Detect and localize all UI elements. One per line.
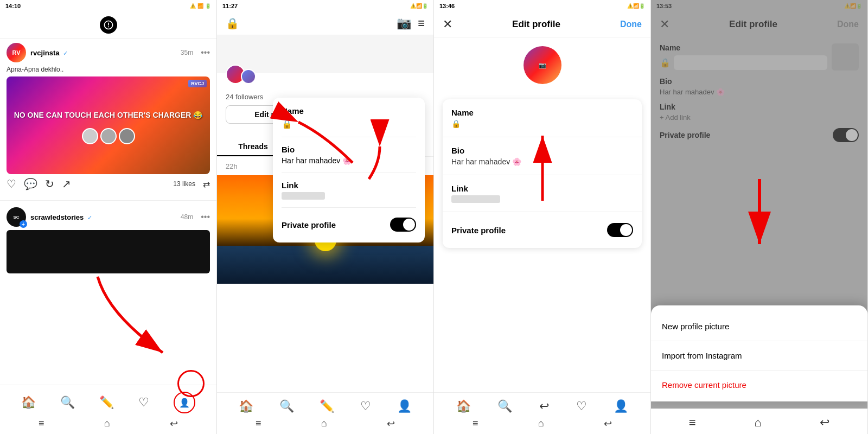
sys-back-2[interactable]: ↩ bbox=[387, 418, 395, 430]
lock-icon: 🔒 bbox=[226, 17, 239, 30]
nav-search[interactable]: 🔍 bbox=[60, 395, 75, 410]
system-nav-1: ≡ ⌂ ↩ bbox=[0, 416, 216, 432]
nav-row-3: 🏠 🔍 ↩ ♡ 👤 bbox=[434, 397, 650, 416]
caption-1: Apna-Apna dekhlo.. bbox=[7, 66, 210, 73]
profile-avatars bbox=[226, 65, 256, 84]
nav-compose-2[interactable]: ✏️ bbox=[320, 399, 334, 413]
divider-2 bbox=[282, 173, 416, 173]
nav-search-4[interactable]: ⌂ bbox=[754, 416, 761, 430]
edit-name-field: Name 🔒 bbox=[282, 106, 416, 129]
sunset-water bbox=[217, 246, 433, 284]
sheet-item-remove[interactable]: Remove current picture bbox=[651, 373, 867, 397]
private-label: Private profile bbox=[282, 220, 336, 229]
status-bar-2: 11:27 ⚠️📶🔋 bbox=[217, 0, 433, 12]
nav-search-3[interactable]: 🔍 bbox=[497, 399, 512, 413]
nav-heart[interactable]: ♡ bbox=[138, 395, 149, 410]
field-lock-icon: 🔒 bbox=[451, 119, 461, 128]
bottom-nav-4: ≡ ⌂ ↩ bbox=[651, 409, 867, 434]
repost-icon[interactable]: ↻ bbox=[45, 177, 54, 190]
nav-home[interactable]: 🏠 bbox=[21, 395, 36, 410]
avatar-rvcjinsta: RV bbox=[7, 43, 26, 62]
add-story-btn[interactable]: + bbox=[20, 220, 27, 228]
translate-icon[interactable]: ⇄ bbox=[203, 179, 210, 189]
status-bar-1: 14:10 ⚠️ 📶 🔋 bbox=[0, 0, 216, 12]
bio-label: Bio bbox=[282, 145, 416, 154]
edit-profile-card: Name 🔒 Bio Har har mahadev 🌸 Link Privat… bbox=[443, 99, 642, 248]
link-field-value[interactable] bbox=[451, 195, 500, 203]
threads-header bbox=[0, 12, 216, 39]
nav-home-2[interactable]: 🏠 bbox=[239, 399, 253, 413]
edit-profile-popup: Name 🔒 Bio Har har mahadev 🌸 Link Privat… bbox=[273, 98, 425, 242]
sys-menu[interactable]: ≡ bbox=[39, 418, 44, 430]
edit-divider-1 bbox=[443, 137, 642, 137]
divider-3 bbox=[282, 207, 416, 208]
name-lock-icon: 🔒 bbox=[282, 119, 292, 129]
nav-search-2[interactable]: 🔍 bbox=[279, 399, 294, 413]
nav-row-1: 🏠 🔍 ✏️ ♡ 👤 bbox=[0, 390, 216, 416]
sheet-item-import[interactable]: Import from Instagram bbox=[651, 343, 867, 368]
sys-home-3[interactable]: ⌂ bbox=[538, 418, 544, 430]
feed-divider bbox=[0, 200, 216, 201]
nav-compose[interactable]: ✏️ bbox=[99, 395, 114, 410]
more-options-1[interactable]: ••• bbox=[201, 48, 210, 58]
edit-divider-2 bbox=[443, 175, 642, 175]
feed-post-2: SC + scrawledstories ✓ 48m ••• bbox=[0, 203, 216, 278]
post-time: 22h bbox=[226, 162, 238, 170]
profile-photo-section: 📷 bbox=[434, 37, 650, 93]
name-field-value[interactable] bbox=[465, 119, 490, 128]
private-profile-toggle[interactable] bbox=[607, 223, 633, 237]
bio-field-value[interactable]: Har har mahadev 🌸 bbox=[451, 157, 633, 166]
rvcj-logo: RVCJ bbox=[188, 80, 207, 87]
edit-link-field: Link bbox=[282, 181, 416, 200]
field-link: Link bbox=[451, 184, 633, 203]
more-options-2[interactable]: ••• bbox=[201, 212, 210, 222]
bottom-nav-3: 🏠 🔍 ↩ ♡ 👤 ≡ ⌂ ↩ bbox=[434, 392, 650, 434]
sys-home-2[interactable]: ⌂ bbox=[321, 418, 327, 430]
nav-profile-icon[interactable]: 👤 bbox=[179, 398, 190, 408]
edit-bio-field: Bio Har har mahadev 🌸 bbox=[282, 145, 416, 165]
sheet-divider-2 bbox=[651, 370, 867, 371]
menu-lines-icon[interactable]: ≡ bbox=[418, 16, 425, 30]
nav-home-3[interactable]: 🏠 bbox=[456, 399, 471, 413]
nav-heart-3[interactable]: ♡ bbox=[576, 399, 587, 413]
feed-user-row-2: SC + scrawledstories ✓ 48m ••• bbox=[7, 207, 210, 227]
divider-1 bbox=[282, 137, 416, 137]
time-3: 13:46 bbox=[439, 3, 455, 9]
nav-back-4[interactable]: ↩ bbox=[820, 416, 829, 430]
done-btn[interactable]: Done bbox=[620, 20, 642, 29]
nav-compose-3[interactable]: ↩ bbox=[539, 399, 549, 413]
bottom-nav-2: 🏠 🔍 ✏️ ♡ 👤 ≡ ⌂ ↩ bbox=[217, 392, 433, 434]
sheet-item-new-photo[interactable]: New profile picture bbox=[651, 314, 867, 339]
name-field-label: Name bbox=[451, 108, 633, 117]
edit-profile-header: ✕ Edit profile Done bbox=[434, 12, 650, 37]
sys-menu-3[interactable]: ≡ bbox=[473, 418, 478, 430]
sys-home[interactable]: ⌂ bbox=[104, 418, 110, 430]
close-btn[interactable]: ✕ bbox=[443, 17, 452, 31]
share-icon[interactable]: ↗ bbox=[62, 177, 71, 190]
post-image-1: RVCJ NO ONE CAN TOUCH EACH OTHER'S CHARG… bbox=[7, 76, 210, 174]
time-1: 14:10 bbox=[5, 3, 21, 9]
post-actions-1: ♡ 💬 ↻ ↗ 13 likes ⇄ bbox=[7, 174, 210, 194]
private-toggle[interactable] bbox=[390, 218, 416, 232]
sys-back[interactable]: ↩ bbox=[170, 418, 178, 430]
link-placeholder bbox=[282, 192, 325, 200]
post-img-text-1: NO ONE CAN TOUCH EACH OTHER'S CHARGER 😂 bbox=[10, 106, 207, 124]
instagram-icon[interactable]: 📷 bbox=[397, 16, 411, 30]
nav-profile-circle[interactable]: 👤 bbox=[174, 392, 195, 413]
nav-profile-3[interactable]: 👤 bbox=[614, 399, 628, 413]
toggle-knob-3 bbox=[620, 224, 632, 236]
field-name: Name 🔒 bbox=[451, 108, 633, 128]
nav-profile-2[interactable]: 👤 bbox=[397, 399, 412, 413]
system-nav-3: ≡ ⌂ ↩ bbox=[434, 416, 650, 432]
username-1: rvcjinsta bbox=[30, 49, 59, 57]
like-icon[interactable]: ♡ bbox=[7, 177, 16, 190]
nav-heart-2[interactable]: ♡ bbox=[360, 399, 371, 413]
sys-menu-2[interactable]: ≡ bbox=[256, 418, 261, 430]
bio-value: Har har mahadev 🌸 bbox=[282, 156, 416, 165]
post-time-2: 48m bbox=[181, 213, 193, 221]
comment-icon[interactable]: 💬 bbox=[24, 177, 37, 190]
system-nav-2: ≡ ⌂ ↩ bbox=[217, 416, 433, 432]
nav-home-4[interactable]: ≡ bbox=[689, 416, 696, 430]
sys-back-3[interactable]: ↩ bbox=[604, 418, 612, 430]
profile-photo[interactable]: 📷 bbox=[524, 46, 561, 84]
